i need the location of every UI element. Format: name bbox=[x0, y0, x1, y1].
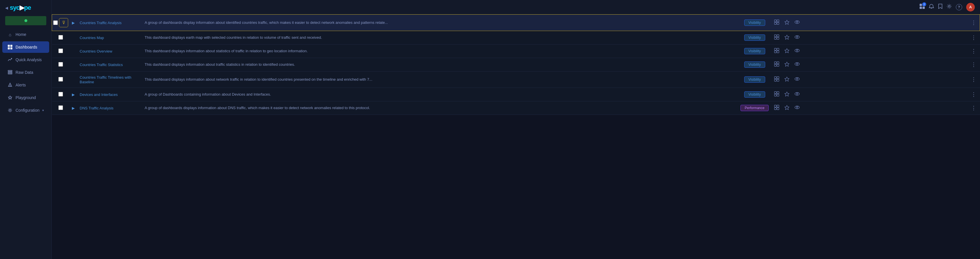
checkbox-cell[interactable] bbox=[52, 31, 70, 44]
row-tag-cell: Performance bbox=[737, 101, 772, 115]
row-checkbox[interactable] bbox=[58, 49, 63, 53]
row-actions-cell: ⋮ bbox=[967, 71, 980, 88]
row-actions-cell: ⋮ bbox=[967, 101, 980, 115]
star-icon[interactable] bbox=[784, 62, 789, 68]
quick-analysis-icon bbox=[8, 57, 13, 62]
filter-button[interactable]: ⊽ bbox=[59, 18, 68, 27]
row-name-cell: Countries Overview bbox=[77, 44, 141, 58]
svg-rect-46 bbox=[775, 64, 776, 66]
more-options-button[interactable]: ⋮ bbox=[970, 92, 977, 97]
row-actions-cell: ⋮ bbox=[967, 31, 980, 44]
grid-view-icon[interactable] bbox=[774, 19, 779, 26]
row-checkbox[interactable] bbox=[58, 35, 63, 39]
row-tag-cell: Visibility bbox=[737, 44, 772, 58]
bookmarks-icon-button[interactable] bbox=[938, 4, 943, 10]
expand-cell[interactable]: ▶ bbox=[69, 88, 77, 101]
more-options-button[interactable]: ⋮ bbox=[970, 48, 977, 54]
apps-icon-button[interactable]: 2 bbox=[920, 4, 925, 10]
row-actions-cell: ⋮ bbox=[967, 88, 980, 101]
svg-rect-55 bbox=[775, 79, 776, 81]
eye-icon[interactable] bbox=[794, 105, 800, 111]
grid-view-icon[interactable] bbox=[774, 35, 779, 41]
svg-rect-64 bbox=[775, 94, 776, 96]
row-name-cell: Countries Traffic Statistics bbox=[77, 58, 141, 71]
svg-rect-26 bbox=[775, 35, 776, 37]
star-icon[interactable] bbox=[784, 20, 789, 26]
eye-icon[interactable] bbox=[794, 35, 800, 40]
home-icon: ⌂ bbox=[8, 32, 13, 37]
eye-icon[interactable] bbox=[794, 92, 800, 97]
row-name-link[interactable]: Countries Map bbox=[80, 36, 104, 40]
checkbox-cell[interactable] bbox=[52, 58, 70, 71]
eye-icon[interactable] bbox=[794, 77, 800, 82]
row-name-link[interactable]: Countries Overview bbox=[80, 49, 112, 54]
svg-point-23 bbox=[797, 22, 798, 23]
status-section bbox=[0, 14, 51, 28]
chevron-right-icon: ▶ bbox=[72, 92, 75, 97]
eye-icon[interactable] bbox=[794, 49, 800, 54]
eye-icon[interactable] bbox=[794, 62, 800, 67]
settings-icon-button[interactable] bbox=[947, 4, 952, 10]
svg-rect-17 bbox=[775, 22, 776, 24]
more-options-button[interactable]: ⋮ bbox=[970, 35, 977, 41]
svg-point-70 bbox=[797, 93, 798, 95]
grid-view-icon[interactable] bbox=[774, 105, 779, 111]
svg-point-22 bbox=[795, 21, 799, 24]
grid-view-icon[interactable] bbox=[774, 91, 779, 98]
more-options-button[interactable]: ⋮ bbox=[970, 62, 977, 68]
checkbox-cell[interactable] bbox=[52, 44, 70, 58]
more-options-button[interactable]: ⋮ bbox=[970, 20, 977, 25]
notifications-icon-button[interactable] bbox=[929, 4, 934, 10]
checkbox-cell[interactable] bbox=[52, 101, 70, 115]
sidebar-item-quick-analysis[interactable]: Quick Analysis bbox=[2, 54, 49, 65]
grid-view-icon[interactable] bbox=[774, 62, 779, 68]
more-options-button[interactable]: ⋮ bbox=[970, 105, 977, 111]
sidebar-item-raw-data[interactable]: Raw Data bbox=[2, 66, 49, 78]
eye-icon[interactable] bbox=[794, 20, 800, 25]
svg-point-14 bbox=[948, 5, 950, 7]
avatar[interactable]: A bbox=[966, 3, 975, 11]
row-name-link[interactable]: Devices and Interfaces bbox=[80, 92, 118, 97]
row-checkbox[interactable] bbox=[58, 92, 63, 96]
svg-point-41 bbox=[797, 50, 798, 51]
row-icons-cell bbox=[772, 88, 967, 101]
star-icon[interactable] bbox=[784, 77, 789, 83]
row-name-link[interactable]: Countries Traffic Analysis bbox=[80, 21, 122, 25]
row-checkbox[interactable] bbox=[53, 21, 58, 25]
sidebar-item-playground[interactable]: Playground bbox=[2, 92, 49, 103]
row-description: This dashboard displays information abou… bbox=[141, 71, 737, 88]
row-actions-cell: ⋮ bbox=[967, 58, 980, 71]
grid-view-icon[interactable] bbox=[774, 48, 779, 54]
sidebar-item-dashboards[interactable]: Dashboards bbox=[2, 41, 49, 53]
star-icon[interactable] bbox=[784, 48, 789, 54]
row-checkbox[interactable] bbox=[58, 62, 63, 66]
checkbox-cell[interactable] bbox=[52, 71, 70, 88]
table-row: ⊽ ▶ Countries Traffic Analysis A group o… bbox=[52, 15, 980, 31]
sidebar-item-configuration[interactable]: Configuration ▾ bbox=[2, 104, 49, 116]
topbar: 2 ? A bbox=[52, 0, 980, 14]
row-name-link[interactable]: Countries Traffic Timelines with Baselin… bbox=[80, 75, 131, 84]
row-checkbox[interactable] bbox=[58, 105, 63, 110]
sidebar-item-home[interactable]: ⌂ Home bbox=[2, 29, 49, 40]
star-icon[interactable] bbox=[784, 105, 789, 111]
expand-cell[interactable]: ▶ bbox=[69, 15, 77, 31]
star-icon[interactable] bbox=[784, 35, 789, 41]
row-name-link[interactable]: DNS Traffic Analysis bbox=[80, 106, 114, 110]
row-checkbox[interactable] bbox=[58, 77, 63, 82]
more-options-button[interactable]: ⋮ bbox=[970, 77, 977, 82]
sidebar-item-alerts[interactable]: Alerts bbox=[2, 79, 49, 91]
status-button[interactable] bbox=[5, 16, 46, 25]
grid-view-icon[interactable] bbox=[774, 76, 779, 83]
table-row: Countries Traffic Statistics This dashbo… bbox=[52, 58, 980, 71]
expand-cell[interactable]: ▶ bbox=[69, 101, 77, 115]
help-icon-button[interactable]: ? bbox=[956, 4, 962, 10]
star-icon[interactable] bbox=[784, 92, 789, 98]
sidebar-item-label: Quick Analysis bbox=[16, 57, 42, 62]
alerts-icon bbox=[8, 82, 13, 88]
row-name-cell: Devices and Interfaces bbox=[77, 88, 141, 101]
row-tag-cell: Visibility bbox=[737, 58, 772, 71]
dashboards-table: ⊽ ▶ Countries Traffic Analysis A group o… bbox=[52, 14, 980, 115]
row-name-link[interactable]: Countries Traffic Statistics bbox=[80, 63, 123, 67]
checkbox-cell[interactable] bbox=[52, 88, 70, 101]
logo[interactable]: ◀ syc▶pe bbox=[0, 0, 51, 14]
